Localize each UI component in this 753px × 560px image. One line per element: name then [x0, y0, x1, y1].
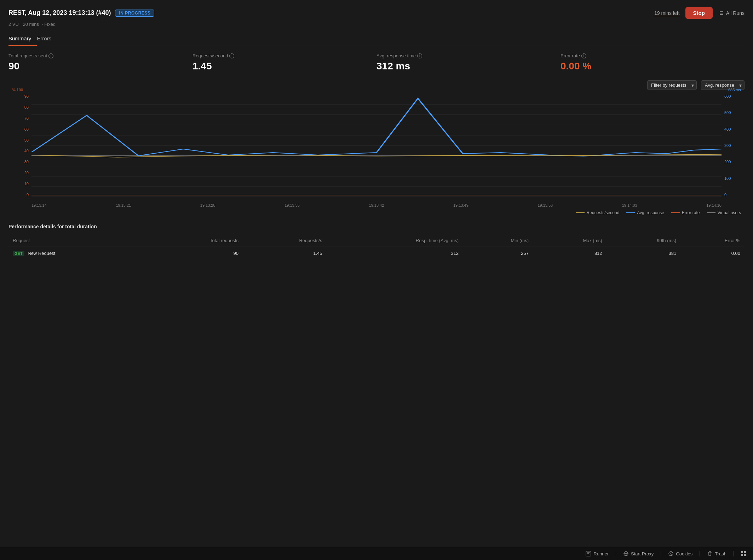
runner-icon [586, 551, 591, 556]
stat-value-rps: 1.45 [192, 61, 376, 72]
col-error-pct: Error % [680, 235, 745, 246]
cookies-icon [668, 551, 674, 556]
run-type: Fixed [44, 22, 56, 27]
trash-label: Trash [715, 551, 726, 556]
legend-error-label: Error rate [682, 210, 700, 215]
all-runs-label: All Runs [726, 10, 745, 16]
header-right: 19 mins left Stop All Runs [654, 7, 745, 19]
divider-1 [616, 551, 616, 556]
proxy-icon [623, 551, 629, 556]
tab-summary[interactable]: Summary [8, 33, 37, 46]
col-total: Total requests [144, 235, 243, 246]
col-max: Max (ms) [533, 235, 607, 246]
x-label-3: 19:13:35 [284, 203, 300, 207]
run-time: 20 mins [23, 22, 39, 27]
stat-value-avg: 312 ms [376, 61, 561, 72]
chart-wrapper: % 100 90 80 70 60 50 40 30 20 10 0 685 m… [12, 94, 741, 207]
list-icon [718, 10, 724, 16]
x-label-4: 19:13:42 [369, 203, 384, 207]
status-badge: IN PROGRESS [115, 10, 154, 17]
legend-error: Error rate [671, 210, 700, 215]
tab-errors[interactable]: Errors [37, 33, 57, 46]
request-name: GET New Request [8, 246, 144, 261]
cookies-item[interactable]: Cookies [668, 551, 692, 556]
method-badge: GET [13, 251, 24, 256]
grid-icon [741, 551, 746, 556]
legend-rps-line [576, 212, 585, 213]
stat-value-error: 0.00 % [561, 61, 745, 72]
svg-point-21 [669, 552, 673, 556]
stats-row: Total requests sent i 90 Requests/second… [8, 53, 745, 72]
svg-point-22 [670, 553, 671, 554]
table-header-row: Request Total requests Requests/s Resp. … [8, 235, 745, 246]
info-icon-total[interactable]: i [48, 53, 53, 58]
filter-dropdown[interactable]: Filter by requests [647, 80, 697, 90]
time-left: 19 mins left [654, 10, 680, 16]
stat-rps: Requests/second i 1.45 [192, 53, 376, 72]
runner-item[interactable]: Runner [586, 551, 609, 556]
chart-controls: Filter by requests Avg. response [8, 80, 745, 90]
y-axis-right-top: 685 ms [728, 88, 741, 92]
trash-item[interactable]: Trash [707, 551, 726, 556]
col-request: Request [8, 235, 144, 246]
chart-legend: Requests/second Avg. response Error rate… [8, 210, 745, 215]
trash-icon [707, 551, 713, 556]
row-resp-avg: 312 [327, 246, 463, 261]
legend-vu-line [707, 212, 715, 213]
legend-vu-label: Virtual users [718, 210, 741, 215]
row-total: 90 [144, 246, 243, 261]
run-title: REST, Aug 12, 2023 19:13:13 (#40) [8, 9, 111, 17]
stop-button[interactable]: Stop [685, 7, 713, 19]
col-p90: 90th (ms) [607, 235, 681, 246]
divider-2 [661, 551, 661, 556]
y-axis-left: % 100 90 80 70 60 50 40 30 20 10 0 [12, 94, 31, 197]
chart-container: % 100 90 80 70 60 50 40 30 20 10 0 685 m… [8, 94, 745, 207]
perf-title: Performance details for total duration [8, 224, 745, 229]
x-label-2: 19:13:28 [200, 203, 215, 207]
tabs: Summary Errors [8, 33, 745, 46]
vu-count: 2 VU [8, 22, 19, 27]
request-label: New Request [28, 251, 55, 256]
row-p90: 381 [607, 246, 681, 261]
proxy-item[interactable]: Start Proxy [623, 551, 654, 556]
x-label-7: 19:14:03 [622, 203, 637, 207]
x-axis: 19:13:14 19:13:21 19:13:28 19:13:35 19:1… [31, 198, 722, 207]
row-max: 812 [533, 246, 607, 261]
svg-point-24 [671, 553, 672, 553]
header: REST, Aug 12, 2023 19:13:13 (#40) IN PRO… [8, 7, 745, 19]
divider-3 [700, 551, 700, 556]
legend-avg-label: Avg. response [637, 210, 664, 215]
legend-avg-line [626, 212, 635, 213]
svg-point-23 [671, 554, 672, 555]
col-resp-avg: Resp. time (Avg. ms) [327, 235, 463, 246]
x-label-6: 19:13:56 [538, 203, 553, 207]
y-axis-left-label: % 100 [12, 88, 23, 92]
table-row: GET New Request 90 1.45 312 257 812 381 … [8, 246, 745, 261]
cookies-label: Cookies [676, 551, 692, 556]
runner-label: Runner [593, 551, 609, 556]
chart-svg-area [31, 94, 722, 197]
info-icon-avg[interactable]: i [417, 53, 422, 58]
perf-section: Performance details for total duration R… [8, 224, 745, 260]
x-label-5: 19:13:49 [453, 203, 469, 207]
divider-4 [734, 551, 734, 556]
legend-error-line [671, 212, 680, 213]
legend-rps-label: Requests/second [587, 210, 620, 215]
legend-avg: Avg. response [626, 210, 664, 215]
info-icon-error[interactable]: i [581, 53, 586, 58]
filter-dropdown-wrapper[interactable]: Filter by requests [647, 80, 697, 90]
legend-vu: Virtual users [707, 210, 741, 215]
x-label-1: 19:13:21 [116, 203, 131, 207]
col-rps: Requests/s [243, 235, 327, 246]
row-min: 257 [463, 246, 533, 261]
x-label-8: 19:14:10 [706, 203, 722, 207]
row-rps: 1.45 [243, 246, 327, 261]
stat-value-total: 90 [8, 61, 192, 72]
stat-avg-response: Avg. response time i 312 ms [376, 53, 561, 72]
x-label-0: 19:13:14 [31, 203, 47, 207]
grid-item[interactable] [741, 551, 746, 556]
all-runs-link[interactable]: All Runs [718, 10, 745, 16]
y-axis-right: 685 ms 600 500 400 300 200 100 0 [722, 94, 741, 197]
info-icon-rps[interactable]: i [229, 53, 234, 58]
status-bar: Runner Start Proxy Cookies Trash [0, 547, 753, 560]
